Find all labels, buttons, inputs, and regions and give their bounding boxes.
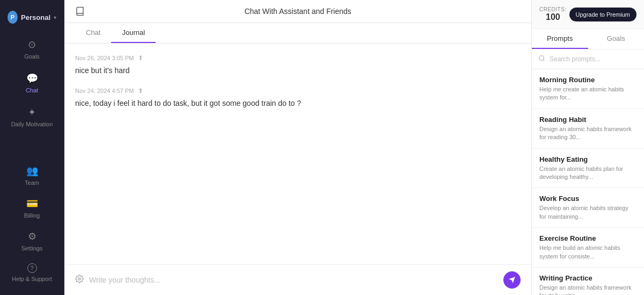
sidebar-item-chat[interactable]: 💬 Chat (4, 67, 60, 99)
right-panel: Credits: 100 Upgrade to Premium Prompts … (531, 0, 644, 295)
message-timestamp: Nov 24, 2024 4:57 PM ⬆ (75, 87, 521, 95)
messages-area: Nov 26, 2024 3:05 PM ⬆ nice but it's har… (64, 44, 531, 264)
settings-icon: ⚙ (28, 231, 36, 242)
sidebar-item-label: Billing (24, 212, 40, 219)
tab-journal[interactable]: Journal (111, 23, 156, 43)
share-icon: ⬆ (138, 54, 143, 62)
book-icon[interactable] (75, 6, 85, 16)
help-icon: ? (27, 263, 37, 273)
credits-label: Credits: (539, 6, 567, 12)
chat-title: Chat With Assistant and Friends (244, 7, 351, 16)
prompt-title: Work Focus (539, 195, 636, 203)
sidebar-item-label: Daily Motivation (11, 121, 53, 127)
daily-motivation-icon: ✦ (28, 106, 36, 118)
sidebar-item-team[interactable]: 👥 Team (4, 160, 60, 191)
search-icon (538, 55, 545, 63)
list-item[interactable]: Healthy Eating Create an atomic habits p… (532, 149, 644, 189)
sidebar-item-billing[interactable]: 💳 Billing (4, 192, 60, 224)
sidebar-user-header[interactable]: P Personal ▾ (0, 6, 64, 32)
sidebar-item-label: Settings (21, 245, 43, 251)
prompt-desc: Design an atomic habits framework for re… (539, 125, 636, 142)
billing-icon: 💳 (26, 198, 38, 210)
goals-icon: ⊙ (28, 39, 36, 51)
prompt-title: Writing Practice (539, 274, 636, 282)
credits-value: 100 (539, 12, 567, 22)
timestamp-text: Nov 24, 2024 4:57 PM (75, 88, 134, 94)
message-group: Nov 24, 2024 4:57 PM ⬆ nice, today i fee… (75, 87, 521, 109)
list-item[interactable]: Writing Practice Design an atomic habits… (532, 268, 644, 295)
sidebar-item-daily-motivation[interactable]: ✦ Daily Motivation (4, 101, 60, 133)
sidebar-item-label: Chat (26, 87, 38, 93)
sidebar-item-label: Help & Support (12, 276, 52, 282)
sidebar-item-goals[interactable]: ⊙ Goals (4, 33, 60, 65)
rp-tabs: Prompts Goals (532, 29, 644, 49)
share-icon: ⬆ (138, 87, 143, 95)
svg-point-1 (539, 56, 544, 61)
avatar: P (8, 11, 18, 24)
sidebar-item-label: Goals (24, 53, 40, 60)
message-text: nice, today i feel it hard to do task, b… (75, 98, 521, 109)
input-area (64, 264, 531, 295)
list-item[interactable]: Reading Habit Design an atomic habits fr… (532, 109, 644, 149)
prompt-desc: Help me build an atomic habits system fo… (539, 244, 636, 261)
sidebar-bottom: 👥 Team 💳 Billing ⚙ Settings ? Help & Sup… (0, 159, 64, 289)
chat-icon: 💬 (26, 73, 38, 84)
rp-search-bar (532, 49, 644, 69)
credits-box: Credits: 100 (539, 6, 567, 22)
timestamp-text: Nov 26, 2024 3:05 PM (75, 55, 134, 61)
upgrade-button[interactable]: Upgrade to Premium (569, 8, 637, 21)
rp-top: Credits: 100 Upgrade to Premium (532, 0, 644, 29)
prompt-title: Reading Habit (539, 116, 636, 124)
prompt-title: Morning Routine (539, 76, 636, 84)
tab-prompts[interactable]: Prompts (532, 29, 588, 49)
prompt-desc: Help me create an atomic habits system f… (539, 85, 636, 102)
tab-chat[interactable]: Chat (75, 23, 111, 43)
sidebar: P Personal ▾ ⊙ Goals 💬 Chat ✦ Daily Moti… (0, 0, 64, 295)
send-button[interactable] (503, 271, 521, 289)
list-item[interactable]: Work Focus Develop an atomic habits stra… (532, 188, 644, 228)
main-content: Chat With Assistant and Friends Chat Jou… (64, 0, 531, 295)
sidebar-item-settings[interactable]: ⚙ Settings (4, 225, 60, 257)
chat-header: Chat With Assistant and Friends (64, 0, 531, 23)
search-input[interactable] (550, 55, 638, 63)
message-group: Nov 26, 2024 3:05 PM ⬆ nice but it's har… (75, 54, 521, 76)
chevron-down-icon: ▾ (54, 15, 56, 20)
list-item[interactable]: Morning Routine Help me create an atomic… (532, 69, 644, 109)
list-item[interactable]: Exercise Routine Help me build an atomic… (532, 228, 644, 268)
prompt-desc: Develop an atomic habits strategy for ma… (539, 204, 636, 221)
prompt-title: Exercise Routine (539, 234, 636, 242)
tab-bar: Chat Journal (64, 23, 531, 44)
sidebar-user-name: Personal (21, 13, 50, 21)
prompt-list: Morning Routine Help me create an atomic… (532, 69, 644, 295)
svg-point-0 (78, 278, 80, 280)
prompt-title: Healthy Eating (539, 155, 636, 163)
sidebar-item-label: Team (25, 179, 39, 186)
prompt-desc: Design an atomic habits framework for da… (539, 284, 636, 295)
sidebar-item-help[interactable]: ? Help & Support (4, 258, 60, 287)
tab-goals[interactable]: Goals (588, 29, 645, 49)
prompt-desc: Create an atomic habits plan for develop… (539, 165, 636, 182)
attach-icon[interactable] (75, 275, 84, 285)
message-input[interactable] (89, 276, 498, 284)
team-icon: 👥 (26, 165, 38, 177)
message-timestamp: Nov 26, 2024 3:05 PM ⬆ (75, 54, 521, 62)
message-text: nice but it's hard (75, 65, 521, 76)
